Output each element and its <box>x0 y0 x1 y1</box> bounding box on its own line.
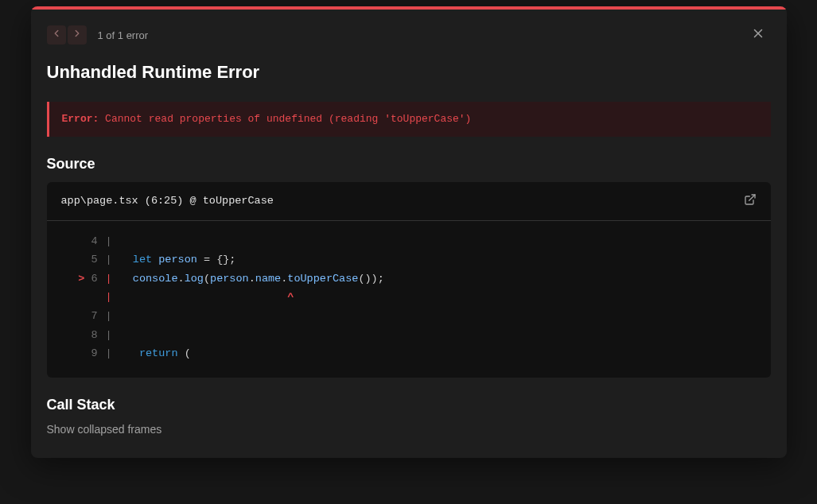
code-block: 4|5| let person = {};> 6| console.log(pe… <box>47 221 771 378</box>
next-error-button[interactable] <box>68 25 87 45</box>
gutter: 8 <box>61 326 98 345</box>
gutter-pipe: | <box>98 288 120 307</box>
prev-error-button[interactable] <box>47 25 66 45</box>
dialog-header: 1 of 1 error <box>31 10 787 59</box>
code-line: 8| <box>61 326 757 345</box>
error-overlay-dialog: 1 of 1 error Unhandled Runtime Error Err… <box>31 6 787 458</box>
arrow-right-icon <box>72 28 83 42</box>
close-button[interactable] <box>745 22 771 48</box>
source-section-title: Source <box>47 156 771 173</box>
error-message: Error: Cannot read properties of undefin… <box>62 111 758 127</box>
gutter: > 6 <box>61 269 98 289</box>
gutter <box>61 288 98 307</box>
source-header: app\page.tsx (6:25) @ toUpperCase <box>47 182 771 221</box>
gutter-pipe: | <box>98 232 120 251</box>
show-collapsed-frames-button[interactable]: Show collapsed frames <box>47 423 771 436</box>
error-title: Unhandled Runtime Error <box>47 62 771 83</box>
gutter-pipe: | <box>98 326 120 345</box>
nav-buttons <box>47 25 87 45</box>
gutter: 7 <box>61 307 98 326</box>
gutter: 9 <box>61 344 98 363</box>
error-message-text: Cannot read properties of undefined (rea… <box>99 113 471 125</box>
code-line: | ^ <box>61 288 757 307</box>
nav-group: 1 of 1 error <box>47 25 149 45</box>
code-content: return ( <box>120 344 191 363</box>
code-line: 5| let person = {}; <box>61 250 757 269</box>
code-content: console.log(person.name.toUpperCase()); <box>120 269 384 289</box>
gutter-pipe: | <box>98 269 120 289</box>
source-panel: app\page.tsx (6:25) @ toUpperCase 4|5| l… <box>47 182 771 378</box>
error-message-box: Error: Cannot read properties of undefin… <box>47 102 771 137</box>
code-line: > 6| console.log(person.name.toUpperCase… <box>61 269 757 289</box>
error-prefix: Error: <box>62 113 99 125</box>
gutter-pipe: | <box>98 250 120 269</box>
code-content: let person = {}; <box>120 250 236 269</box>
gutter: 4 <box>61 232 98 251</box>
close-icon <box>751 26 765 44</box>
arrow-left-icon <box>51 28 62 42</box>
error-counter: 1 of 1 error <box>98 29 149 41</box>
open-in-editor-button[interactable] <box>744 193 757 209</box>
code-content: ^ <box>120 288 294 307</box>
code-line: 4| <box>61 232 757 251</box>
code-line: 7| <box>61 307 757 326</box>
gutter-pipe: | <box>98 344 120 363</box>
code-line: 9| return ( <box>61 344 757 363</box>
gutter-pipe: | <box>98 307 120 326</box>
gutter: 5 <box>61 250 98 269</box>
source-location: app\page.tsx (6:25) @ toUpperCase <box>61 195 274 207</box>
source-function-name: toUpperCase <box>203 195 274 207</box>
callstack-section-title: Call Stack <box>47 397 771 413</box>
external-link-icon <box>744 193 757 209</box>
dialog-body: Unhandled Runtime Error Error: Cannot re… <box>31 62 787 458</box>
source-location-path: app\page.tsx (6:25) @ <box>61 195 203 207</box>
svg-line-2 <box>749 195 754 200</box>
